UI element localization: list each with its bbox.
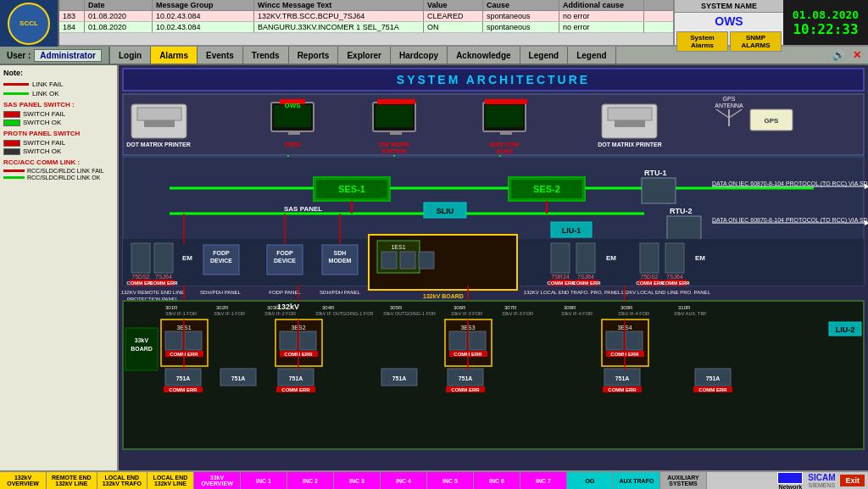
system-alarms-button[interactable]: SystemAlarms (676, 31, 728, 52)
svg-text:33kV: 33kV (135, 337, 149, 343)
svg-text:DOT MATRIX PRINTER: DOT MATRIX PRINTER (126, 142, 191, 147)
alarm-date-1: 01.08.2020 (85, 11, 153, 21)
svg-text:7SR24: 7SR24 (551, 274, 570, 280)
svg-text:SES-2: SES-2 (533, 184, 560, 194)
svg-rect-28 (615, 120, 645, 127)
menu-alarms[interactable]: Alarms (151, 47, 198, 64)
svg-text:COMM ERR: COMM ERR (698, 387, 727, 392)
nav-aux-sub: SYSTEMS (669, 481, 697, 486)
system-info-box: SYSTEM NAME OWS SystemAlarms SNMPALARMS (673, 0, 783, 45)
menu-legend[interactable]: Legend (568, 47, 616, 64)
menu-hardcopy[interactable]: Acknowledge (448, 47, 520, 64)
snmp-alarms-button[interactable]: SNMPALARMS (730, 31, 782, 52)
alarm-no-2: 184 (59, 22, 85, 32)
svg-rect-176 (606, 331, 623, 350)
svg-rect-156 (280, 331, 297, 350)
alarm-no-1: 183 (59, 11, 85, 21)
svg-text:COMM ERR: COMM ERR (547, 281, 576, 286)
nav-local-end-line[interactable]: LOCAL END 132kV LINE (147, 472, 194, 489)
svg-rect-146 (165, 331, 182, 350)
logo-area: SCCL (0, 0, 59, 47)
menu-icons-area: 🔊 ✕ (827, 47, 868, 63)
menu-trends[interactable]: Trends (243, 47, 289, 64)
svg-rect-157 (299, 331, 316, 350)
legend-link-ok-text: LINK OK (32, 90, 59, 97)
nav-aux-trafo[interactable]: AUX TRAFO (614, 472, 660, 489)
current-date: 01.08.2020 (793, 8, 859, 21)
nav-remote-end-132kv[interactable]: REMOTE END 132kV LINE (47, 472, 97, 489)
nav-inc1[interactable]: INC 1 (241, 472, 287, 489)
svg-text:DEVICE: DEVICE (210, 258, 232, 264)
svg-text:EM: EM (695, 254, 705, 262)
nav-spacer (707, 472, 774, 489)
nav-local-end-line-label: LOCAL END (153, 475, 188, 481)
nav-inc3[interactable]: INC 3 (334, 472, 381, 489)
alarm-row-2: 184 01.08.2020 10.02.43.084 BANGURU.33KV… (59, 22, 673, 33)
svg-text:MODEM: MODEM (329, 258, 352, 264)
protn-switch-fail: SWITCH FAIL (3, 139, 114, 147)
svg-rect-10 (288, 131, 300, 135)
svg-text:310R: 310R (678, 305, 691, 310)
nav-132kv-overview-label: 132kV (14, 475, 31, 481)
nav-og[interactable]: OG (567, 472, 614, 489)
speaker-icon[interactable]: 🔊 (831, 47, 846, 63)
alarm-buttons: SystemAlarms SNMPALARMS (675, 30, 783, 53)
svg-text:GPS: GPS (765, 117, 780, 125)
network-label: Network (778, 484, 802, 490)
svg-text:303R: 303R (267, 305, 280, 310)
rcc-link-ok-text: RCC/SLDC/RLDC LINK OK (27, 175, 100, 181)
close-icon[interactable]: ✕ (849, 47, 865, 63)
alarm-date-2: 01.08.2020 (85, 22, 153, 32)
nav-33kv-overview[interactable]: 33kV OVERVIEW (194, 472, 241, 489)
menu-events[interactable]: Events (198, 47, 243, 64)
sas-panel-switch-header: SAS PANEL SWITCH : (3, 101, 114, 108)
alarm-val-2: ON (424, 22, 483, 32)
nav-remote-end-label: REMOTE END (52, 475, 92, 481)
menu-explorer[interactable]: Explorer (338, 47, 391, 64)
menu-reports[interactable]: Reports (289, 47, 339, 64)
nav-inc5[interactable]: INC 5 (427, 472, 474, 489)
svg-text:COMM ERR: COMM ERR (572, 281, 601, 286)
svg-text:132KV REMOTE END LINE: 132KV REMOTE END LINE (121, 290, 185, 295)
nav-inc4[interactable]: INC 4 (381, 472, 427, 489)
datetime-box: 01.08.2020 10:22:33 (783, 0, 868, 45)
user-value: Administrator (34, 49, 102, 62)
alarm-row-1: 183 01.08.2020 10.02.43.084 132KV.TRB.SC… (59, 11, 673, 22)
sas-ok-indicator (3, 119, 20, 126)
nav-inc6[interactable]: INC 6 (474, 472, 520, 489)
menu-login[interactable]: Login (110, 47, 151, 64)
rcc-ok-line (3, 176, 25, 179)
nav-inc1-label: INC 1 (256, 478, 271, 484)
exit-button[interactable]: Exit (840, 475, 865, 486)
alarm-msg-1: 10.02.43.084 (153, 11, 254, 21)
svg-rect-6 (144, 120, 175, 127)
svg-rect-98 (419, 252, 434, 269)
svg-text:COMM ERR: COMM ERR (149, 281, 178, 286)
svg-rect-27 (608, 108, 652, 120)
svg-text:305R: 305R (390, 305, 403, 310)
legend-link-ok: LINK OK (3, 90, 114, 97)
nav-inc7[interactable]: INC 7 (520, 472, 567, 489)
menu-acknowledge[interactable]: Legend (520, 47, 569, 64)
svg-text:751A: 751A (706, 375, 721, 381)
svg-text:DOT MATRIX PRINTER: DOT MATRIX PRINTER (598, 142, 662, 147)
architecture-svg: SYSTEM ARCHITECTURE DOT MATRIX PRINTER O… (119, 65, 868, 470)
svg-text:7SJ64: 7SJ64 (577, 274, 594, 280)
svg-text:306R: 306R (453, 305, 466, 310)
nav-132kv-overview[interactable]: 132kV OVERVIEW (0, 472, 47, 489)
col-msg-header: Message Group (153, 0, 254, 10)
menu-editor[interactable]: Hardcopy (391, 47, 448, 64)
svg-text:EWS COM: EWS COM (490, 142, 519, 147)
svg-text:SYSTEM ARCHITECTURE: SYSTEM ARCHITECTURE (397, 73, 590, 86)
svg-rect-97 (400, 252, 415, 269)
alarm-add-2: no error (559, 22, 644, 32)
svg-rect-22 (500, 131, 512, 135)
nav-auxiliary-systems[interactable]: AUXILIARY SYSTEMS (660, 472, 707, 489)
rcc-fail-line (3, 169, 25, 172)
svg-text:132KV LOCAL END TRAFO. PRO. PA: 132KV LOCAL END TRAFO. PRO. PANEL (524, 290, 621, 295)
nav-local-end-trafo[interactable]: LOCAL END 132kV TRAFO (97, 472, 147, 489)
svg-rect-15 (376, 105, 413, 127)
svg-text:RTU-1: RTU-1 (644, 169, 667, 177)
svg-text:BOARD: BOARD (131, 346, 153, 352)
nav-inc2[interactable]: INC 2 (287, 472, 334, 489)
